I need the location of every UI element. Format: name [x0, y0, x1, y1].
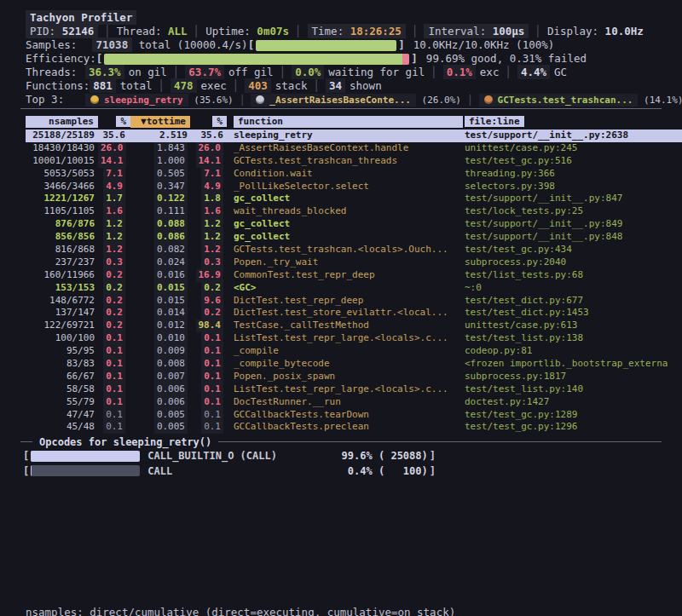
- nsamples-cell: 1105/1105: [26, 205, 98, 218]
- pct-exec-cell: 0.2: [98, 269, 130, 282]
- thread-stat-text: exc: [480, 66, 500, 78]
- table-row[interactable]: 3466/34664.90.3474.9_PollLikeSelector.se…: [12, 181, 682, 193]
- pct-stack-cell: 35.6: [190, 130, 227, 142]
- function-name-cell: gc_collect: [227, 218, 463, 231]
- pct-stack-cell: 4.9: [190, 181, 227, 193]
- pct-exec-cell: 1.7: [98, 193, 130, 205]
- pct-stack-value: 0.1: [201, 409, 223, 422]
- display-label: Display:: [547, 25, 605, 37]
- interval-value: 100µs: [493, 25, 525, 37]
- column-header-nsamples[interactable]: nsamples: [26, 116, 98, 128]
- function-name-cell: _PollLikeSelector.select: [227, 181, 463, 193]
- pct-exec-cell: 14.1: [98, 155, 130, 168]
- pct-stack-cell: 7.1: [190, 168, 227, 181]
- table-row[interactable]: ►25188/2518935.62.51935.6sleeping_retryt…: [12, 130, 682, 142]
- table-row[interactable]: 153/1530.20.0150.2<GC>~:0: [12, 282, 682, 295]
- thread-value: ALL: [168, 25, 188, 37]
- nsamples-cell: 1221/1267: [26, 193, 98, 205]
- bronze-medal-icon: [484, 95, 493, 104]
- nsamples-cell: 47/47: [26, 409, 98, 422]
- top3-percentage: (26.0%): [416, 95, 461, 106]
- function-stat-text: total: [120, 79, 153, 92]
- pct-exec-value: 14.1: [98, 155, 126, 168]
- threads-items: 36.3%on gil│63.7%off gil│0.0%waiting for…: [85, 66, 567, 78]
- pct-stack-value: 1.2: [201, 218, 223, 231]
- threads-label: Threads:: [26, 66, 85, 79]
- table-row[interactable]: 55/790.10.0060.1DocTestRunner.__rundocte…: [12, 396, 682, 409]
- tottime-value: 0.347: [154, 181, 188, 193]
- table-row[interactable]: 160/119660.20.01616.9CommonTest.test_rep…: [12, 269, 682, 282]
- file-line-cell: codeop.py:81: [463, 345, 664, 358]
- nsamples-cell: 856/856: [26, 231, 98, 244]
- file-line-cell: unittest/case.py:245: [463, 142, 664, 155]
- top3-item: _AssertRaisesBaseConte...: [251, 94, 416, 107]
- pct-stack-value: 14.1: [196, 155, 224, 168]
- tottime-value: 0.016: [154, 269, 188, 282]
- column-header-pct-stack[interactable]: %: [190, 116, 227, 128]
- table-row[interactable]: 1105/11051.60.1111.6wait_threads_blocked…: [12, 205, 682, 218]
- table-row[interactable]: 18430/1843026.01.84326.0_AssertRaisesBas…: [12, 142, 682, 155]
- pct-stack-cell: 0.2: [190, 282, 227, 295]
- table-row[interactable]: 10001/1001514.11.00014.1GCTests.test_tra…: [12, 155, 682, 168]
- opcodes-section: Opcodes for sleeping_retry() CALL_BUILTI…: [20, 435, 662, 478]
- opcode-name: CALL: [147, 465, 341, 477]
- column-header-function[interactable]: function: [227, 116, 463, 128]
- top3-percentage: (35.6%): [188, 95, 234, 106]
- table-row[interactable]: 148/67720.20.0159.6DictTest.test_repr_de…: [12, 295, 682, 308]
- function-stat-text: shown: [350, 79, 382, 92]
- tottime-value: 0.005: [154, 409, 188, 422]
- column-header-tottime[interactable]: ▼tottime: [130, 116, 190, 128]
- table-row[interactable]: 876/8761.20.0881.2gc_collecttest/support…: [12, 218, 682, 231]
- column-header-pct-exec[interactable]: %: [98, 116, 130, 128]
- table-row[interactable]: 45/480.10.0050.1GCCallbackTests.preclean…: [12, 421, 682, 434]
- file-line-cell: test/support/__init__.py:848: [463, 231, 664, 244]
- table-row[interactable]: 1221/12671.70.1221.8gc_collecttest/suppo…: [12, 193, 682, 205]
- file-line-cell: subprocess.py:2040: [463, 256, 664, 269]
- pct-stack-value: 0.1: [201, 383, 223, 396]
- function-name-cell: ListTest.test_repr_large.<locals>.c...: [227, 332, 463, 345]
- file-line-cell: test/support/__init__.py:847: [463, 193, 664, 205]
- tottime-cell: 0.015: [130, 295, 190, 308]
- column-header-file-line[interactable]: file:line: [463, 116, 664, 128]
- file-line-cell: <frozen importlib._bootstrap_externa: [463, 358, 664, 371]
- pct-stack-cell: 0.2: [190, 307, 227, 320]
- table-row[interactable]: 137/1470.20.0140.2DictTest.test_store_ev…: [12, 307, 682, 320]
- table-row[interactable]: 816/8681.20.0821.2GCTests.test_trashcan.…: [12, 244, 682, 256]
- table-row[interactable]: 856/8561.20.0861.2gc_collecttest/support…: [12, 231, 682, 244]
- thread-stat-value: 36.3%: [85, 65, 124, 79]
- pct-stack-cell: 0.1: [190, 358, 227, 371]
- pct-stack-cell: 0.1: [190, 421, 227, 434]
- pct-exec-value: 0.2: [103, 295, 125, 308]
- footer-nsamples-hint: nsamples: direct/cumulative (direct=exec…: [26, 604, 455, 616]
- table-row[interactable]: 58/580.10.0060.1ListTest.test_repr_large…: [12, 383, 682, 396]
- nsamples-cell: 3466/3466: [26, 181, 98, 193]
- table-row[interactable]: 237/2370.30.0240.3Popen._try_waitsubproc…: [12, 256, 682, 269]
- opcode-stat: 0.4% ( 100): [342, 465, 428, 477]
- efficiency-label: Efficiency:: [26, 52, 96, 65]
- nsamples-cell: 58/58: [26, 383, 98, 396]
- table-row[interactable]: 95/950.10.0090.1_compilecodeop.py:81: [12, 345, 682, 358]
- table-row[interactable]: 47/470.10.0050.1GCCallbackTests.tearDown…: [12, 409, 682, 422]
- table-row[interactable]: 5053/50537.10.5057.1Condition.waitthread…: [12, 168, 682, 181]
- thread-stat-text: GC: [554, 66, 567, 78]
- opcode-bar-fill: [31, 451, 139, 462]
- pct-exec-cell: 0.1: [98, 396, 130, 409]
- pct-exec-value: 0.1: [103, 421, 125, 434]
- table-body: ►25188/2518935.62.51935.6sleeping_retryt…: [12, 130, 682, 434]
- opcode-bar: [31, 465, 140, 476]
- pct-exec-value: 7.1: [103, 168, 125, 181]
- file-line-cell: test/list_tests.py:68: [463, 269, 664, 282]
- tottime-cell: 0.082: [130, 244, 190, 256]
- tottime-cell: 0.505: [130, 168, 190, 181]
- table-row[interactable]: 100/1000.10.0100.1ListTest.test_repr_lar…: [12, 332, 682, 345]
- table-row[interactable]: 83/830.10.0080.1_compile_bytecode<frozen…: [12, 358, 682, 371]
- tottime-cell: 1.843: [130, 142, 190, 155]
- pct-stack-cell: 0.1: [190, 371, 227, 383]
- pct-exec-cell: 35.6: [98, 130, 130, 142]
- function-stat-value: 478: [170, 78, 197, 93]
- function-table: nsamples % ▼tottime % function file:line…: [12, 116, 682, 434]
- pct-exec-cell: 1.2: [98, 218, 130, 231]
- table-row[interactable]: 122/697210.20.01298.4TestCase._callTestM…: [12, 320, 682, 332]
- pct-stack-value: 0.2: [201, 282, 223, 295]
- table-row[interactable]: 66/670.10.0070.1Popen._posix_spawnsubpro…: [12, 371, 682, 383]
